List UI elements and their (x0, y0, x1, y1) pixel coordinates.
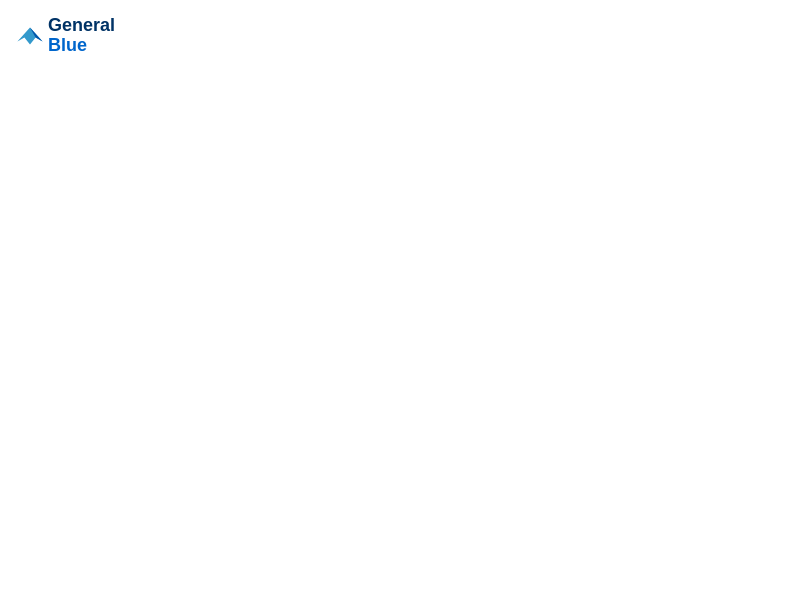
logo-text: General Blue (48, 16, 115, 56)
svg-marker-0 (17, 27, 42, 44)
page-header: General Blue (16, 16, 776, 56)
logo: General Blue (16, 16, 115, 56)
logo-icon (16, 22, 44, 50)
